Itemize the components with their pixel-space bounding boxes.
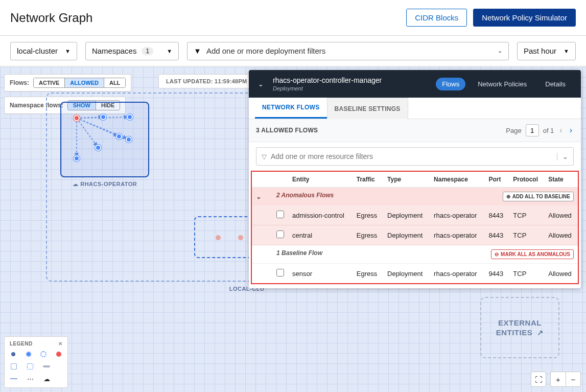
baseline-group-label: 1 Baseline Flow [276, 249, 322, 257]
cell-protocol: TCP [509, 264, 544, 284]
last-updated: LAST UPDATED: 11:59:48PM [158, 74, 255, 88]
external-entities-box[interactable]: EXTERNAL ENTITIES ↗ [480, 297, 559, 358]
col-protocol[interactable]: Protocol [509, 172, 544, 188]
namespaces-label: Namespaces [92, 47, 137, 55]
flows-count: 3 ALLOWED FLOWS [256, 127, 318, 134]
cell-state: Allowed [544, 205, 578, 225]
col-port[interactable]: Port [484, 172, 509, 188]
table-row[interactable]: sensor Egress Deployment rhacs-operator … [252, 264, 578, 284]
page-prev-button[interactable]: ‹ [558, 126, 564, 135]
fullscreen-button[interactable]: ⛶ [531, 372, 546, 387]
flows-label: Flows: [10, 79, 29, 86]
legend-line-icon [10, 375, 18, 382]
network-policy-simulator-button[interactable]: Network Policy Simulator [473, 9, 576, 27]
flows-active-toggle[interactable]: ACTIVE [34, 78, 64, 87]
table-row[interactable]: central Egress Deployment rhacs-operator… [252, 225, 578, 245]
col-namespace[interactable]: Namespace [430, 172, 484, 188]
panel-title: rhacs-operator-controller-manager [273, 76, 382, 84]
zoom-out-button[interactable]: − [566, 372, 581, 387]
legend-dot-filled-icon [25, 351, 32, 358]
row-checkbox[interactable] [276, 230, 284, 238]
svg-line-4 [77, 118, 97, 146]
page-next-button[interactable]: › [568, 126, 574, 135]
cidr-blocks-button[interactable]: CIDR Blocks [406, 9, 467, 27]
cell-port: 8443 [484, 225, 509, 245]
resource-filter-input[interactable] [271, 152, 557, 160]
cell-type: Deployment [383, 205, 430, 225]
col-state[interactable]: State [544, 172, 578, 188]
filter-icon: ▽ [262, 153, 267, 160]
caret-down-icon: ⌄ [498, 48, 502, 54]
anomalous-group-label: 2 Anomalous Flows [276, 192, 334, 199]
namespace-label: RHACS-OPERATOR [73, 181, 137, 188]
cell-entity: sensor [288, 264, 353, 284]
row-checkbox[interactable] [276, 211, 284, 218]
cell-type: Deployment [383, 225, 430, 245]
flows-all-toggle[interactable]: ALL [104, 78, 125, 87]
namespaces-count: 1 [142, 47, 153, 55]
tab-network-policies[interactable]: Network Policies [472, 78, 533, 90]
caret-down-icon[interactable]: ⌄ [557, 153, 568, 160]
external-link-icon: ↗ [537, 328, 544, 337]
cell-protocol: TCP [509, 225, 544, 245]
cell-entity: admission-control [288, 205, 353, 225]
col-traffic[interactable]: Traffic [353, 172, 383, 188]
namespace-box-selected[interactable]: RHACS-OPERATOR [60, 102, 149, 177]
cell-protocol: TCP [509, 205, 544, 225]
legend-dot-red-icon [55, 351, 62, 358]
legend-dot-icon [10, 351, 17, 358]
page-input[interactable] [526, 124, 539, 136]
external-entities-label: EXTERNAL ENTITIES [496, 318, 542, 337]
legend-square-icon [10, 363, 18, 370]
collapse-icon[interactable]: ⌄ [258, 80, 264, 88]
caret-down-icon: ▼ [564, 48, 569, 54]
graph-node[interactable] [116, 133, 122, 140]
network-graph-canvas[interactable]: Flows: ACTIVE ALLOWED ALL Namespace flow… [0, 67, 586, 392]
legend-line-thick-icon [42, 363, 51, 370]
mark-all-anomalous-button[interactable]: ⊖MARK ALL AS ANOMALOUS [491, 249, 574, 259]
tab-details[interactable]: Details [539, 78, 572, 90]
legend-dot-outline-icon [40, 351, 48, 358]
legend-title: LEGEND [10, 341, 33, 347]
cluster-value: local-cluster [17, 47, 58, 55]
flows-allowed-toggle[interactable]: ALLOWED [64, 78, 104, 87]
time-range-select[interactable]: Past hour ▼ [517, 42, 576, 60]
graph-node[interactable] [238, 235, 243, 240]
minus-circle-icon: ⊖ [495, 251, 499, 257]
subtab-network-flows[interactable]: NETWORK FLOWS [255, 98, 327, 119]
table-row[interactable]: admission-control Egress Deployment rhac… [252, 205, 578, 225]
details-panel: ⌄ rhacs-operator-controller-manager Depl… [249, 70, 581, 288]
deployment-filter-select[interactable]: ▼ Add one or more deployment filters ⌄ [187, 42, 509, 60]
cluster-select[interactable]: local-cluster ▼ [10, 42, 77, 60]
legend-square-dashed-icon [26, 363, 34, 370]
graph-node[interactable] [100, 114, 106, 120]
caret-down-icon: ▼ [65, 48, 71, 54]
subtab-baseline-settings[interactable]: BASELINE SETTINGS [327, 98, 408, 119]
graph-node-selected[interactable] [74, 115, 80, 121]
graph-node[interactable] [126, 136, 132, 143]
cell-state: Allowed [544, 264, 578, 284]
cell-namespace: rhacs-operator [430, 205, 484, 225]
zoom-in-button[interactable]: + [550, 372, 566, 387]
panel-subtitle: Deployment [273, 85, 382, 91]
cell-entity: central [288, 225, 353, 245]
row-checkbox[interactable] [276, 269, 284, 276]
cell-traffic: Egress [353, 264, 383, 284]
namespaces-select[interactable]: Namespaces 1 ▼ [85, 42, 179, 60]
col-entity[interactable]: Entity [288, 172, 353, 188]
cell-namespace: rhacs-operator [430, 264, 484, 284]
cell-type: Deployment [383, 264, 430, 284]
graph-node[interactable] [74, 155, 80, 162]
close-icon[interactable]: ✕ [58, 341, 63, 347]
legend-line-dotted-icon [26, 375, 34, 382]
chevron-down-icon[interactable]: ⌄ [256, 193, 261, 200]
svg-line-0 [77, 117, 102, 118]
graph-node[interactable] [216, 235, 221, 240]
graph-node[interactable] [95, 145, 101, 151]
add-all-to-baseline-button[interactable]: ⊕ADD ALL TO BASELINE [503, 192, 574, 201]
cell-state: Allowed [544, 225, 578, 245]
tab-flows[interactable]: Flows [436, 78, 465, 90]
graph-node[interactable] [127, 114, 133, 120]
col-type[interactable]: Type [383, 172, 430, 188]
legend-cloud-icon [42, 375, 51, 382]
